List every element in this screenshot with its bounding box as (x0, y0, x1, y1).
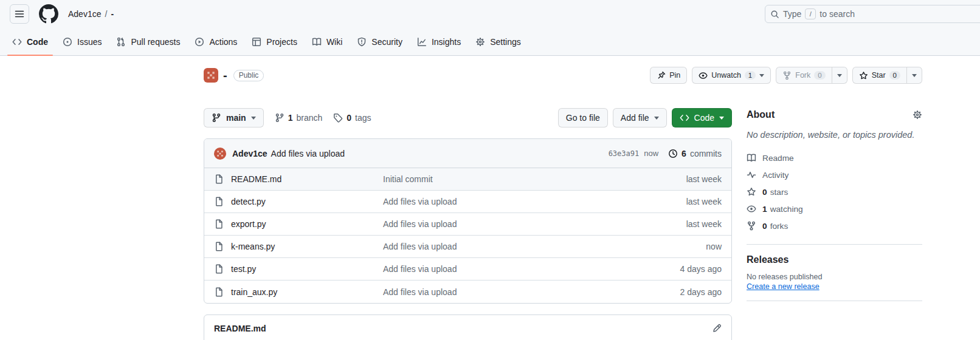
tab-label: Wiki (326, 37, 342, 47)
file-name-link[interactable]: train_aux.py (231, 287, 277, 297)
hamburger-menu-button[interactable] (10, 4, 29, 24)
table-row[interactable]: detect.py Add files via upload last week (204, 191, 731, 213)
tab-pull-requests[interactable]: Pull requests (111, 28, 185, 55)
fork-button[interactable]: Fork 0 (776, 67, 832, 84)
unwatch-button[interactable]: Unwatch 1 (692, 67, 771, 84)
pin-label: Pin (669, 71, 680, 80)
sidebar-item-stars[interactable]: 0 stars (747, 183, 922, 200)
file-age: now (643, 242, 722, 251)
tab-label: Code (27, 37, 48, 47)
branch-selector-button[interactable]: main (204, 108, 264, 127)
pencil-icon[interactable] (712, 324, 722, 333)
gear-icon (475, 37, 485, 47)
fork-dropdown-button[interactable] (832, 67, 847, 84)
branch-count-label: branch (296, 113, 322, 123)
sidebar-item-forks[interactable]: 0 forks (747, 217, 922, 234)
search-placeholder-suffix: to search (820, 9, 855, 19)
shield-icon (357, 37, 367, 47)
repo-name-link[interactable]: - (223, 69, 227, 83)
tab-label: Issues (77, 37, 102, 47)
repo-avatar[interactable] (204, 68, 218, 83)
table-row[interactable]: train_aux.py Add files via upload 2 days… (204, 280, 731, 303)
file-commit-link[interactable]: Add files via upload (383, 219, 457, 229)
commit-history-link[interactable]: 6 commits (668, 149, 722, 158)
add-file-button[interactable]: Add file (613, 108, 667, 127)
sidebar-item-watching[interactable]: 1 watching (747, 200, 922, 217)
fork-icon (747, 221, 756, 231)
breadcrumb: Adev1ce / - (68, 9, 114, 19)
tab-label: Pull requests (131, 37, 180, 47)
graph-icon (417, 37, 427, 47)
file-commit-link[interactable]: Add files via upload (383, 197, 457, 206)
file-commit-link[interactable]: Add files via upload (383, 287, 457, 297)
commit-author-link[interactable]: Adev1ce (232, 149, 267, 158)
sidebar-item-activity[interactable]: Activity (747, 166, 922, 183)
code-label: Code (694, 113, 714, 123)
file-icon (214, 242, 224, 251)
star-count-badge: 0 (889, 71, 900, 80)
pulse-icon (747, 170, 756, 180)
pin-button[interactable]: Pin (650, 67, 687, 84)
search-placeholder-prefix: Type (783, 9, 801, 19)
file-name-link[interactable]: test.py (231, 264, 256, 274)
tab-issues[interactable]: Issues (58, 28, 106, 55)
star-button[interactable]: Star 0 (852, 67, 907, 84)
table-row[interactable]: README.md Initial commit last week (204, 168, 731, 191)
file-name-link[interactable]: export.py (231, 219, 266, 229)
tab-wiki[interactable]: Wiki (307, 28, 347, 55)
sidebar-item-readme[interactable]: Readme (747, 149, 922, 166)
create-release-link[interactable]: Create a new release (747, 282, 820, 291)
fork-icon (782, 71, 792, 80)
table-row[interactable]: export.py Add files via upload last week (204, 213, 731, 236)
tag-count: 0 (347, 113, 351, 123)
github-logo[interactable] (39, 4, 58, 24)
code-button[interactable]: Code (672, 108, 732, 127)
tab-insights[interactable]: Insights (412, 28, 466, 55)
code-icon (680, 113, 689, 123)
fork-label: Fork (795, 71, 810, 80)
readme-section: README.md (204, 314, 732, 340)
releases-title: Releases (747, 254, 922, 265)
search-input[interactable]: Type / to search (765, 5, 980, 23)
go-to-file-button[interactable]: Go to file (558, 108, 608, 127)
tags-link[interactable]: 0 tags (333, 113, 371, 123)
code-icon (12, 37, 22, 47)
pull-request-icon (116, 37, 126, 47)
branch-icon (275, 113, 285, 123)
table-row[interactable]: test.py Add files via upload 4 days ago (204, 258, 731, 280)
tab-code[interactable]: Code (7, 28, 53, 55)
file-name-link[interactable]: README.md (231, 174, 281, 184)
tab-settings[interactable]: Settings (471, 28, 526, 55)
repo-nav: Code Issues Pull requests Actions Projec… (0, 28, 980, 56)
branches-link[interactable]: 1 branch (275, 113, 323, 123)
file-icon (214, 174, 224, 184)
file-icon (214, 219, 224, 229)
tag-count-label: tags (355, 113, 371, 123)
file-age: 4 days ago (643, 264, 722, 274)
file-name-link[interactable]: k-means.py (231, 242, 275, 251)
commit-sha-link[interactable]: 63e3a91 (609, 149, 640, 158)
visibility-badge: Public (233, 70, 264, 81)
tab-actions[interactable]: Actions (190, 28, 242, 55)
tab-security[interactable]: Security (352, 28, 407, 55)
divider (747, 301, 922, 301)
gear-icon[interactable] (913, 110, 922, 120)
file-commit-link[interactable]: Add files via upload (383, 264, 457, 274)
file-commit-link[interactable]: Initial commit (383, 174, 433, 184)
breadcrumb-repo-link[interactable]: - (111, 9, 114, 19)
star-dropdown-button[interactable] (907, 67, 922, 84)
chevron-down-icon (759, 74, 764, 77)
slash-key-hint: / (805, 8, 816, 19)
tab-label: Projects (266, 37, 297, 47)
file-name-link[interactable]: detect.py (231, 197, 266, 206)
commit-author-avatar[interactable] (214, 148, 226, 160)
book-icon (747, 153, 756, 163)
commit-message-link[interactable]: Add files via upload (271, 149, 345, 158)
watching-label: watching (770, 205, 803, 214)
file-icon (214, 197, 224, 206)
breadcrumb-owner-link[interactable]: Adev1ce (68, 9, 101, 19)
tab-projects[interactable]: Projects (247, 28, 302, 55)
branch-icon (212, 113, 221, 123)
file-commit-link[interactable]: Add files via upload (383, 242, 457, 251)
table-row[interactable]: k-means.py Add files via upload now (204, 236, 731, 258)
